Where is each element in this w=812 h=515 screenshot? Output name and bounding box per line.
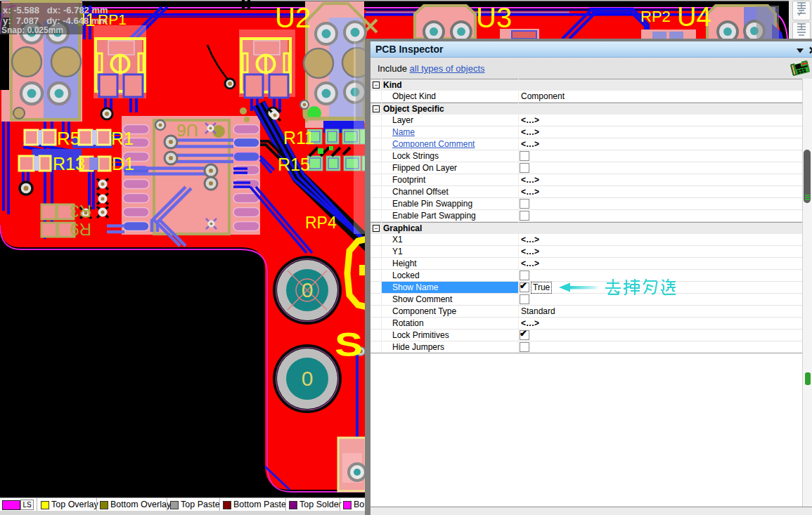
svg-text:U4: U4 bbox=[677, 2, 711, 32]
svg-text:U3: U3 bbox=[476, 2, 512, 33]
svg-text:R15: R15 bbox=[278, 155, 310, 174]
svg-text:RP2: RP2 bbox=[640, 8, 671, 25]
svg-text:S: S bbox=[335, 326, 363, 364]
svg-text:D1: D1 bbox=[112, 154, 134, 174]
svg-text:0: 0 bbox=[302, 367, 314, 390]
svg-text:U2: U2 bbox=[275, 2, 311, 33]
svg-text:R1: R1 bbox=[111, 129, 134, 148]
svg-text:R9: R9 bbox=[70, 220, 91, 239]
svg-text:R5: R5 bbox=[57, 128, 80, 149]
svg-text:RP4: RP4 bbox=[305, 214, 337, 232]
svg-text:R11: R11 bbox=[283, 128, 314, 148]
svg-text:R3: R3 bbox=[70, 202, 91, 221]
svg-text:U6: U6 bbox=[176, 121, 198, 140]
svg-text:0: 0 bbox=[302, 278, 314, 301]
svg-text:R13: R13 bbox=[53, 154, 85, 174]
